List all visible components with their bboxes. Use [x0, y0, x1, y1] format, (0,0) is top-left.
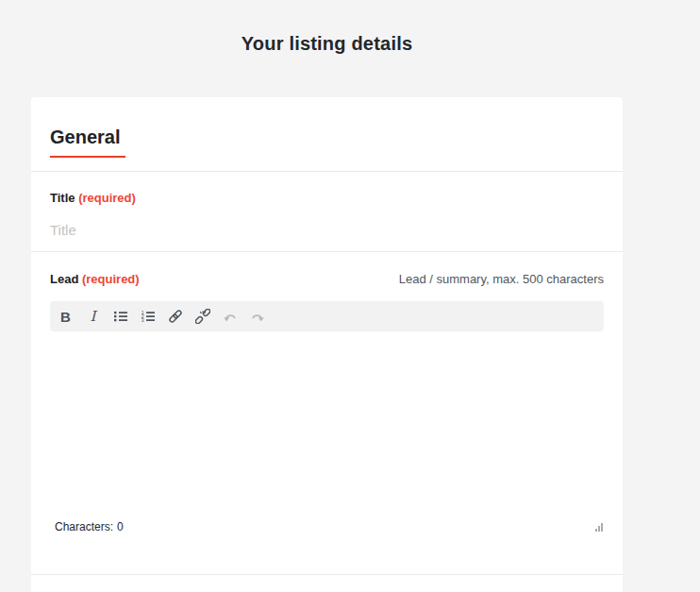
- unlink-icon: [195, 309, 210, 324]
- editor-content-area[interactable]: [50, 331, 604, 514]
- lead-field-section: Lead (required) Lead / summary, max. 500…: [31, 252, 623, 575]
- italic-button[interactable]: I: [79, 304, 107, 329]
- bold-icon: B: [60, 309, 71, 325]
- lead-required-flag: (required): [82, 272, 140, 286]
- lead-field-label: Lead (required): [50, 273, 140, 286]
- lead-field-hint: Lead / summary, max. 500 characters: [399, 272, 604, 286]
- editor-resize-grip-icon[interactable]: [595, 523, 604, 532]
- general-section-heading: General: [50, 126, 604, 148]
- page-title: Your listing details: [31, 32, 623, 55]
- lead-label-text: Lead: [50, 272, 78, 286]
- title-label-text: Title: [50, 191, 75, 205]
- bold-button[interactable]: B: [52, 304, 79, 329]
- lead-richtext-editor: B I 1 2 3: [50, 301, 604, 540]
- accent-underline: [50, 156, 125, 158]
- numbered-list-icon: 1 2 3: [141, 309, 156, 324]
- character-counter: Characters: 0: [50, 520, 124, 533]
- general-section: General: [31, 97, 623, 172]
- redo-icon: [250, 309, 265, 324]
- link-button[interactable]: [161, 304, 189, 329]
- unlink-button[interactable]: [189, 304, 216, 329]
- link-icon: [168, 309, 183, 324]
- title-input[interactable]: [50, 222, 604, 251]
- redo-button[interactable]: [243, 304, 271, 329]
- editor-statusbar: Characters: 0: [50, 514, 604, 540]
- ordered-list-button[interactable]: 1 2 3: [134, 304, 161, 329]
- character-counter-label: Characters:: [55, 520, 113, 533]
- undo-icon: [223, 309, 238, 324]
- svg-text:3: 3: [141, 317, 143, 323]
- unordered-list-button[interactable]: [107, 304, 134, 329]
- undo-button[interactable]: [216, 304, 243, 329]
- listing-details-card: General Title (required) Lead (required)…: [31, 97, 623, 592]
- italic-icon: I: [91, 308, 96, 325]
- character-count-value: 0: [117, 520, 124, 533]
- title-required-flag: (required): [78, 191, 136, 205]
- title-field-section: Title (required): [31, 172, 623, 252]
- title-field-label: Title (required): [50, 192, 136, 205]
- next-section-start: [31, 575, 623, 592]
- page-header: Your listing details: [31, 0, 623, 55]
- editor-toolbar: B I 1 2 3: [50, 301, 604, 331]
- bullet-list-icon: [113, 309, 128, 324]
